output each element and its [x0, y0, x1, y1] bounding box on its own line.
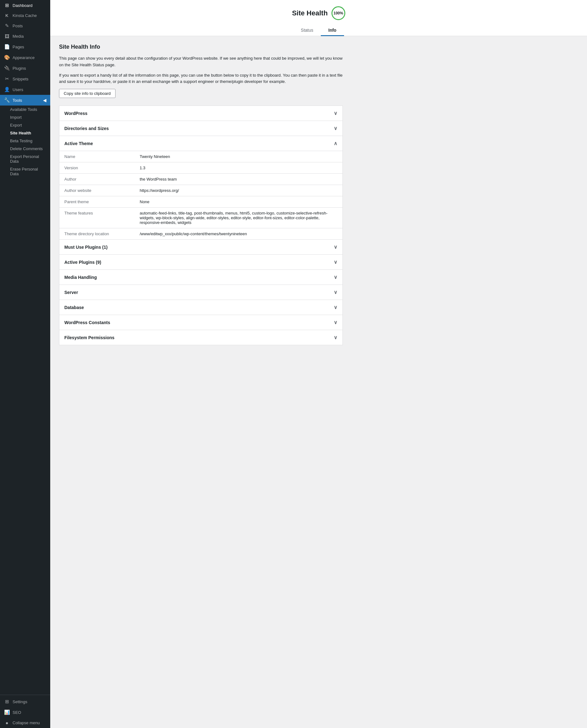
sidebar-label-media: Media — [13, 34, 24, 39]
accordion-header-wordpress[interactable]: WordPress ∨ — [59, 106, 343, 121]
sidebar-sub-erase-personal[interactable]: Erase Personal Data — [0, 165, 50, 178]
sidebar-label-collapse: Collapse menu — [13, 721, 40, 725]
section-title: Site Health Info — [59, 44, 343, 50]
accordion-wordpress: WordPress ∨ — [59, 106, 343, 121]
accordion-wp-constants: WordPress Constants ∨ — [59, 315, 343, 330]
accordion-header-active-theme[interactable]: Active Theme ∧ — [59, 136, 343, 151]
row-key-parent-theme: Parent theme — [59, 196, 135, 208]
sidebar-sub-delete-comments[interactable]: Delete Comments — [0, 145, 50, 153]
row-value-name: Twenty Nineteen — [135, 151, 343, 162]
accordion-label-must-use-plugins: Must Use Plugins (1) — [64, 245, 108, 250]
row-key-theme-dir: Theme directory location — [59, 228, 135, 240]
chevron-down-icon-8: ∨ — [334, 319, 337, 325]
sidebar-item-pages[interactable]: 📄 Pages — [0, 42, 50, 52]
accordion-header-active-plugins[interactable]: Active Plugins (9) ∨ — [59, 255, 343, 270]
row-value-theme-dir: /www/editwp_xxx/public/wp-content/themes… — [135, 228, 343, 240]
sidebar-label-kinsta: Kinsta Cache — [13, 13, 37, 18]
accordion-label-active-theme: Active Theme — [64, 141, 93, 146]
accordion-filesystem-perms: Filesystem Permissions ∨ — [59, 330, 343, 345]
row-key-version: Version — [59, 162, 135, 174]
sidebar-item-posts[interactable]: ✎ Posts — [0, 20, 50, 31]
sidebar-label-settings: Settings — [13, 700, 27, 704]
content-area: Site Health Info This page can show you … — [50, 36, 352, 353]
accordion-header-media-handling[interactable]: Media Handling ∨ — [59, 270, 343, 285]
sidebar-item-users[interactable]: 👤 Users — [0, 84, 50, 95]
sidebar-label-posts: Posts — [13, 24, 23, 28]
accordion-header-database[interactable]: Database ∨ — [59, 300, 343, 315]
row-value-version: 1.3 — [135, 162, 343, 174]
sidebar-sub-site-health[interactable]: Site Health — [0, 129, 50, 137]
table-row: Author website https://wordpress.org/ — [59, 185, 343, 196]
sidebar-label-seo: SEO — [13, 710, 21, 715]
appearance-icon: 🎨 — [4, 55, 10, 60]
sidebar-item-kinsta[interactable]: K Kinsta Cache — [0, 11, 50, 20]
dashboard-icon: ⊞ — [4, 2, 10, 8]
copy-site-info-button[interactable]: Copy site info to clipboard — [59, 89, 116, 98]
sidebar-sub-beta-testing[interactable]: Beta Testing — [0, 137, 50, 145]
chevron-down-icon-9: ∨ — [334, 335, 337, 340]
sidebar-item-appearance[interactable]: 🎨 Appearance — [0, 52, 50, 63]
row-key-name: Name — [59, 151, 135, 162]
table-row: Name Twenty Nineteen — [59, 151, 343, 162]
sidebar-item-media[interactable]: 🖼 Media — [0, 31, 50, 42]
table-row: Version 1.3 — [59, 162, 343, 174]
seo-icon: 📊 — [4, 709, 10, 715]
sidebar-label-tools: Tools — [13, 98, 22, 103]
table-row: Author the WordPress team — [59, 174, 343, 185]
sidebar-item-snippets[interactable]: ✂ Snippets — [0, 73, 50, 84]
row-key-author-website: Author website — [59, 185, 135, 196]
table-row: Theme directory location /www/editwp_xxx… — [59, 228, 343, 240]
settings-icon: ⊞ — [4, 699, 10, 704]
tools-icon: 🔧 — [4, 97, 10, 103]
sidebar-item-collapse[interactable]: ● Collapse menu — [0, 718, 50, 728]
chevron-down-icon-5: ∨ — [334, 274, 337, 280]
accordion-directories: Directories and Sizes ∨ — [59, 121, 343, 136]
sidebar-label-dashboard: Dashboard — [13, 3, 33, 8]
sidebar-sub-export[interactable]: Export — [0, 121, 50, 129]
accordion-header-wp-constants[interactable]: WordPress Constants ∨ — [59, 315, 343, 330]
tab-bar: Status Info — [50, 25, 587, 36]
collapse-icon: ● — [4, 720, 10, 726]
sidebar-item-settings[interactable]: ⊞ Settings — [0, 696, 50, 707]
accordion-active-theme: Active Theme ∧ Name Twenty Nineteen Vers… — [59, 136, 343, 240]
sidebar-sub-import[interactable]: Import — [0, 113, 50, 121]
accordion-header-directories[interactable]: Directories and Sizes ∨ — [59, 121, 343, 136]
page-header: Site Health 100% Status Info — [50, 0, 587, 36]
description-1: This page can show you every detail abou… — [59, 55, 343, 68]
tab-status[interactable]: Status — [293, 25, 321, 36]
kinsta-icon: K — [4, 13, 10, 18]
chevron-down-icon-4: ∨ — [334, 259, 337, 265]
accordion-active-plugins: Active Plugins (9) ∨ — [59, 255, 343, 270]
accordion-label-media-handling: Media Handling — [64, 275, 97, 280]
accordion-header-filesystem-perms[interactable]: Filesystem Permissions ∨ — [59, 330, 343, 345]
accordion-label-directories: Directories and Sizes — [64, 126, 109, 131]
sidebar-item-plugins[interactable]: 🔌 Plugins — [0, 63, 50, 73]
accordion-label-filesystem-perms: Filesystem Permissions — [64, 335, 115, 340]
sidebar-item-dashboard[interactable]: ⊞ Dashboard — [0, 0, 50, 11]
sidebar-label-plugins: Plugins — [13, 66, 26, 71]
plugins-icon: 🔌 — [4, 65, 10, 71]
accordion-label-active-plugins: Active Plugins (9) — [64, 260, 101, 265]
users-icon: 👤 — [4, 87, 10, 92]
accordion-header-server[interactable]: Server ∨ — [59, 285, 343, 300]
sidebar-label-snippets: Snippets — [13, 77, 28, 81]
chevron-down-icon: ∨ — [334, 110, 337, 116]
tab-info[interactable]: Info — [321, 25, 344, 36]
chevron-down-icon-7: ∨ — [334, 304, 337, 310]
accordion-server: Server ∨ — [59, 285, 343, 300]
accordion-label-wordpress: WordPress — [64, 111, 88, 116]
pages-icon: 📄 — [4, 44, 10, 50]
chevron-down-icon-3: ∨ — [334, 244, 337, 250]
row-key-author: Author — [59, 174, 135, 185]
table-row: Theme features automatic-feed-links, tit… — [59, 208, 343, 228]
sidebar-sub-available-tools[interactable]: Available Tools — [0, 106, 50, 113]
accordion-header-must-use-plugins[interactable]: Must Use Plugins (1) ∨ — [59, 240, 343, 254]
sidebar-item-seo[interactable]: 📊 SEO — [0, 707, 50, 718]
accordion-database: Database ∨ — [59, 300, 343, 315]
row-value-author-website: https://wordpress.org/ — [135, 185, 343, 196]
sidebar-sub-export-personal[interactable]: Export Personal Data — [0, 153, 50, 165]
sidebar-item-tools[interactable]: 🔧 Tools ◀ — [0, 95, 50, 106]
row-value-theme-features: automatic-feed-links, title-tag, post-th… — [135, 208, 343, 228]
accordion-label-database: Database — [64, 305, 84, 310]
posts-icon: ✎ — [4, 23, 10, 28]
